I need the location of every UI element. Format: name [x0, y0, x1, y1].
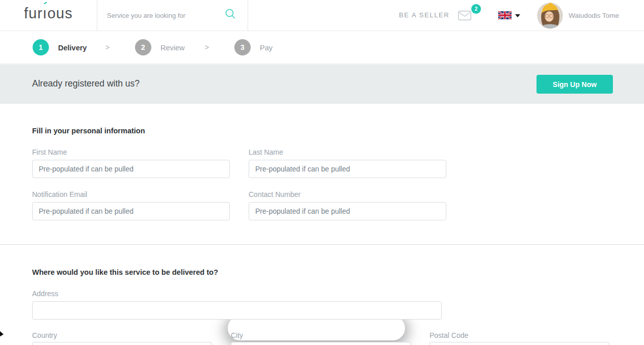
search-icon[interactable] — [225, 8, 236, 21]
last-name-label: Last Name — [249, 148, 283, 156]
first-name-label: First Name — [32, 148, 67, 156]
address-input[interactable] — [32, 301, 442, 320]
postal-code-label: Postal Code — [430, 331, 468, 339]
floating-shadow — [228, 316, 405, 340]
step-2-circle: 2 — [135, 39, 151, 55]
header-divider — [248, 0, 248, 31]
header-divider — [97, 0, 97, 31]
message-count-badge: 2 — [471, 4, 481, 14]
city-input[interactable] — [231, 342, 411, 345]
country-input[interactable] — [32, 342, 212, 345]
logo-text-post: ous — [47, 5, 73, 21]
notification-email-input[interactable] — [32, 202, 230, 220]
first-name-input[interactable] — [32, 160, 230, 178]
last-name-input[interactable] — [249, 160, 446, 178]
step-1-circle: 1 — [33, 39, 49, 55]
banner-question: Already registered with us? — [32, 78, 140, 89]
mail-icon[interactable] — [458, 11, 471, 22]
step-separator: > — [105, 43, 110, 51]
steps-bar — [0, 31, 644, 64]
avatar[interactable] — [537, 3, 563, 28]
postal-code-input[interactable] — [430, 342, 609, 345]
step-separator: > — [205, 43, 209, 51]
address-label: Address — [32, 290, 58, 298]
step-2-label-review[interactable]: Review — [160, 44, 185, 52]
mouse-cursor — [0, 330, 5, 340]
section-divider — [0, 244, 644, 245]
search-input[interactable] — [107, 7, 219, 23]
logo-letter-i: ı´ — [43, 5, 47, 22]
user-name[interactable]: Waiudodis Tome — [569, 12, 619, 19]
checkout-page: furı´ous BE A SELLER 2 — [0, 0, 644, 345]
delivery-heading: Where would you like this service to be … — [32, 268, 218, 276]
notification-email-label: Notification Email — [32, 190, 87, 198]
step-1-label-delivery[interactable]: Delivery — [58, 44, 87, 52]
be-a-seller-link[interactable]: BE A SELLER — [399, 11, 449, 19]
contact-number-input[interactable] — [249, 202, 446, 220]
step-3-label-pay[interactable]: Pay — [260, 44, 273, 52]
logo-text-pre: fur — [24, 5, 43, 21]
contact-number-label: Contact Number — [249, 190, 301, 198]
logo-accent: ´ — [43, 0, 48, 15]
logo[interactable]: furı´ous — [24, 5, 73, 22]
personal-info-heading: Fill in your personal information — [32, 127, 145, 135]
flag-uk-icon[interactable] — [498, 11, 512, 20]
sign-up-now-button[interactable]: Sign Up Now — [536, 75, 613, 94]
country-label: Country — [32, 331, 57, 339]
step-3-circle: 3 — [234, 39, 251, 55]
city-label: City — [231, 331, 243, 339]
header: furı´ous BE A SELLER 2 — [0, 0, 644, 31]
caret-down-icon[interactable] — [515, 14, 520, 17]
